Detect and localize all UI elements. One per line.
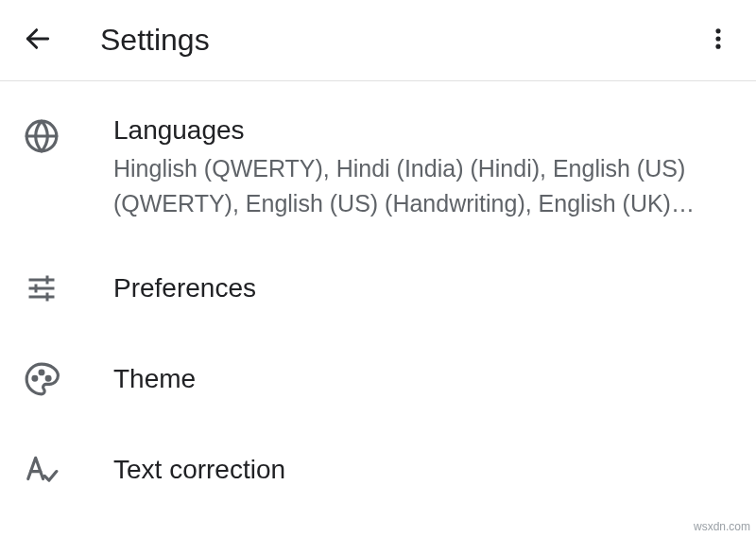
item-title: Text correction [113,453,737,487]
svg-point-13 [40,371,43,374]
settings-item-languages[interactable]: Languages Hinglish (QWERTY), Hindi (Indi… [0,91,756,243]
watermark: wsxdn.com [694,520,750,533]
item-text: Theme [113,362,737,396]
svg-point-12 [33,376,37,380]
item-text: Text correction [113,453,737,487]
svg-point-1 [715,28,720,33]
settings-item-text-correction[interactable]: Text correction [0,424,756,515]
svg-point-2 [715,36,720,41]
sliders-icon [23,269,60,307]
settings-item-theme[interactable]: Theme [0,334,756,424]
globe-icon [23,117,60,155]
settings-item-preferences[interactable]: Preferences [0,243,756,334]
app-header: Settings [0,0,756,81]
more-vert-icon [705,26,731,56]
back-button[interactable] [15,18,60,63]
item-text: Languages Hinglish (QWERTY), Hindi (Indi… [113,113,737,220]
item-subtitle: Hinglish (QWERTY), Hindi (India) (Hindi)… [113,151,737,220]
palette-icon [23,360,60,398]
item-text: Preferences [113,271,737,305]
text-check-icon [23,451,60,489]
page-title: Settings [100,23,696,58]
item-title: Languages [113,113,737,147]
svg-point-3 [715,43,720,48]
item-title: Preferences [113,271,737,305]
item-title: Theme [113,362,737,396]
arrow-back-icon [23,24,53,58]
settings-list: Languages Hinglish (QWERTY), Hindi (Indi… [0,81,756,515]
svg-point-14 [46,376,50,380]
overflow-menu-button[interactable] [696,18,741,63]
